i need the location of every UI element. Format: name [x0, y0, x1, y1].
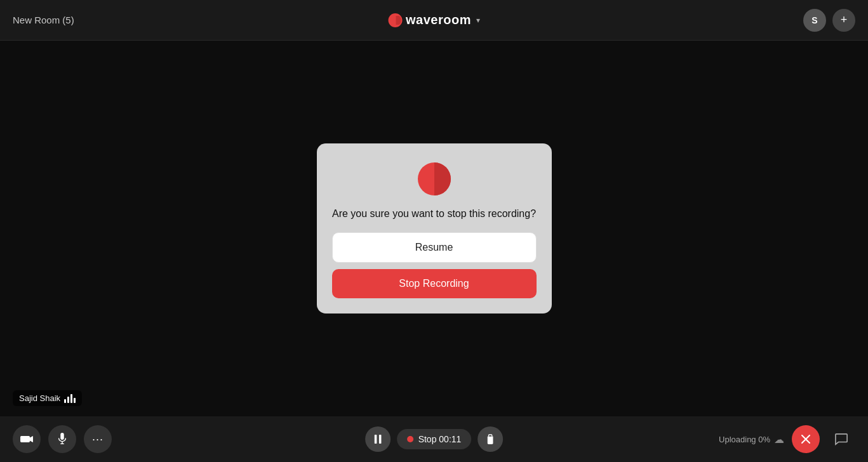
cloud-icon: ☁ — [774, 433, 784, 446]
modal-buttons: Resume Stop Recording — [332, 232, 537, 298]
camera-icon — [20, 434, 33, 444]
camera-button[interactable] — [13, 425, 41, 453]
logo-icon — [388, 13, 402, 27]
add-user-button[interactable]: + — [832, 9, 855, 32]
microphone-button[interactable] — [48, 425, 76, 453]
chat-button[interactable] — [827, 425, 855, 453]
stop-timer-button[interactable]: Stop 00:11 — [397, 429, 472, 449]
svg-rect-0 — [60, 433, 63, 440]
stop-timer-label: Stop 00:11 — [418, 434, 462, 444]
trash-icon — [486, 434, 495, 444]
stop-recording-button[interactable]: Stop Recording — [332, 269, 537, 298]
toolbar: ··· Stop 00:11 Uploading 0% — [0, 416, 868, 462]
chevron-down-icon: ▾ — [476, 16, 480, 25]
waveroom-logo: waveroom — [388, 13, 471, 27]
recording-icon — [418, 162, 451, 195]
room-title: New Room (5) — [13, 15, 74, 25]
header: New Room (5) waveroom ▾ S + — [0, 0, 868, 41]
logo-text: waveroom — [406, 13, 471, 27]
stop-recording-modal: Are you sure you want to stop this recor… — [317, 143, 552, 314]
recording-dot-icon — [407, 436, 413, 442]
more-options-button[interactable]: ··· — [84, 425, 112, 453]
toolbar-center: Stop 00:11 — [365, 426, 504, 452]
delete-recording-button[interactable] — [477, 426, 503, 452]
toolbar-right: Uploading 0% ☁ — [719, 425, 855, 453]
modal-overlay: Are you sure you want to stop this recor… — [0, 41, 868, 416]
end-call-button[interactable] — [792, 425, 820, 453]
ellipsis-icon: ··· — [92, 433, 103, 446]
upload-label: Uploading 0% — [719, 435, 770, 444]
modal-question-text: Are you sure you want to stop this recor… — [332, 207, 536, 221]
upload-status: Uploading 0% ☁ — [719, 433, 784, 446]
svg-rect-4 — [378, 435, 381, 444]
pause-button[interactable] — [365, 426, 391, 452]
resume-button[interactable]: Resume — [332, 232, 537, 263]
logo-area[interactable]: waveroom ▾ — [388, 13, 480, 27]
pause-icon — [373, 434, 382, 444]
header-actions: S + — [803, 9, 855, 32]
microphone-icon — [58, 433, 67, 446]
toolbar-left: ··· — [13, 425, 112, 453]
user-avatar-s[interactable]: S — [803, 9, 826, 32]
chat-icon — [835, 433, 848, 446]
svg-rect-3 — [374, 435, 377, 444]
close-icon — [801, 434, 811, 444]
main-content: Sajid Shaik Are you sure you want to sto… — [0, 41, 868, 416]
